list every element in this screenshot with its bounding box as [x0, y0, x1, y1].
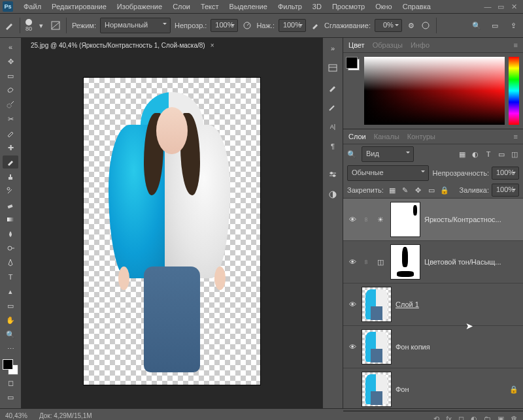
filter-smart-icon[interactable]: ◫	[510, 150, 519, 159]
pressure-size-icon[interactable]	[420, 20, 431, 31]
layer-row[interactable]: 👁 Фон копия	[343, 326, 523, 368]
character-icon[interactable]: A|	[326, 120, 339, 133]
maximize-icon[interactable]: ▭	[494, 3, 507, 11]
adjustment-icon[interactable]: ◐	[471, 415, 477, 421]
canvas[interactable]	[22, 54, 322, 408]
history-brush-tool[interactable]	[3, 184, 18, 197]
layer-thumbnail[interactable]	[362, 287, 392, 322]
close-icon[interactable]: ✕	[507, 3, 520, 11]
pen-tool[interactable]	[3, 256, 18, 269]
fill-input[interactable]: 100%	[492, 184, 519, 197]
chevron-down-icon[interactable]: ▾	[36, 20, 46, 31]
menu-file[interactable]: Файл	[18, 0, 46, 13]
tab-info[interactable]: Инфо	[411, 41, 430, 49]
document[interactable]	[84, 78, 260, 385]
adjustments-icon[interactable]	[326, 188, 339, 201]
hue-slider[interactable]	[509, 57, 519, 125]
history-icon[interactable]	[326, 61, 339, 74]
tab-color[interactable]: Цвет	[348, 41, 365, 49]
collapse-icon[interactable]: «	[3, 40, 18, 54]
airbrush-icon[interactable]	[310, 20, 320, 31]
brightness-adj-icon[interactable]: ☀	[375, 216, 386, 224]
menu-view[interactable]: Просмотр	[327, 0, 370, 13]
layer-name[interactable]: Цветовой тон/Насыщ...	[424, 258, 519, 266]
minimize-icon[interactable]: —	[481, 3, 494, 11]
rectangle-tool[interactable]: ▭	[3, 299, 18, 312]
zoom-readout[interactable]: 40,43%	[5, 412, 27, 419]
color-swatch[interactable]	[3, 359, 18, 375]
healing-tool[interactable]: ✚	[3, 141, 18, 154]
menu-image[interactable]: Изображение	[112, 0, 167, 13]
menu-layers[interactable]: Слои	[167, 0, 195, 13]
visibility-icon[interactable]: 👁	[347, 258, 358, 266]
layer-name[interactable]: Фон копия	[396, 343, 519, 351]
panel-menu-icon[interactable]: ≡	[514, 133, 518, 140]
tab-swatches[interactable]: Образцы	[373, 41, 403, 49]
visibility-icon[interactable]: 👁	[347, 343, 358, 351]
workspace-icon[interactable]: ▭	[489, 20, 501, 31]
fx-icon[interactable]: fx	[446, 415, 452, 420]
color-picker[interactable]	[364, 57, 505, 125]
eyedropper-tool[interactable]	[3, 127, 18, 140]
tab-channels[interactable]: Каналы	[374, 133, 399, 140]
share-icon[interactable]: ⇪	[507, 20, 519, 31]
stamp-tool[interactable]	[3, 170, 18, 183]
flow-input[interactable]: 100%	[278, 19, 306, 32]
filter-kind-select[interactable]: Вид	[362, 146, 414, 162]
filter-adjust-icon[interactable]: ◐	[471, 150, 480, 159]
brush-preview[interactable]: 80	[25, 19, 32, 32]
dodge-tool[interactable]	[3, 242, 18, 255]
menu-select[interactable]: Выделение	[224, 0, 273, 13]
panel-menu-icon[interactable]: ≡	[514, 41, 518, 49]
gradient-tool[interactable]	[3, 213, 18, 226]
doc-info[interactable]: Док: 4,29M/15,1M	[39, 412, 92, 419]
move-tool[interactable]: ✥	[3, 55, 18, 68]
layer-thumbnail[interactable]	[362, 372, 392, 407]
properties-icon[interactable]	[326, 169, 339, 182]
visibility-icon[interactable]: 👁	[347, 300, 358, 308]
menu-text[interactable]: Текст	[195, 0, 224, 13]
group-icon[interactable]: 🗀	[484, 415, 491, 420]
hue-adj-icon[interactable]: ◫	[375, 258, 386, 267]
tab-paths[interactable]: Контуры	[407, 133, 435, 140]
layer-thumbnail[interactable]	[362, 329, 392, 364]
menu-window[interactable]: Окно	[370, 0, 397, 13]
eraser-tool[interactable]	[3, 199, 18, 212]
lock-pixels-icon[interactable]: ✎	[401, 186, 410, 195]
layer-row[interactable]: 👁 𝟾 ☀ Яркость/Контрастнос...	[343, 199, 523, 241]
brushes-icon[interactable]	[326, 101, 339, 114]
marquee-tool[interactable]: ▭	[3, 69, 18, 82]
mask-icon[interactable]: ◻	[458, 415, 464, 421]
lock-transparency-icon[interactable]: ▦	[388, 186, 397, 195]
trash-icon[interactable]: 🗑	[511, 415, 518, 420]
layer-opacity-input[interactable]: 100%	[492, 167, 519, 180]
tab-layers[interactable]: Слои	[348, 133, 366, 140]
menu-edit[interactable]: Редактирование	[46, 0, 112, 13]
blur-tool[interactable]	[3, 227, 18, 240]
mask-thumbnail[interactable]	[390, 244, 420, 280]
lasso-tool[interactable]	[3, 84, 18, 97]
crop-tool[interactable]: ✂	[3, 112, 18, 125]
brush-settings-icon[interactable]	[326, 81, 339, 94]
filter-pixel-icon[interactable]: ▦	[458, 150, 467, 159]
brush-tool[interactable]	[3, 155, 18, 169]
gear-icon[interactable]: ⚙	[406, 20, 416, 31]
mini-swatch[interactable]	[346, 57, 358, 69]
hand-tool[interactable]: ✋	[3, 314, 18, 327]
blend-mode-select[interactable]: Нормальный	[100, 18, 171, 33]
layer-name[interactable]: Слой 1	[396, 300, 519, 308]
tool-preset-icon[interactable]	[4, 20, 14, 31]
lock-all-icon[interactable]: 🔒	[440, 186, 449, 195]
layer-name[interactable]: Фон	[396, 385, 505, 393]
menu-3d[interactable]: 3D	[307, 0, 327, 13]
opacity-input[interactable]: 100%	[211, 19, 238, 32]
blend-mode-layer-select[interactable]: Обычные	[347, 165, 429, 181]
search-icon[interactable]: 🔍	[471, 20, 482, 31]
filter-shape-icon[interactable]: ▭	[497, 150, 506, 159]
paragraph-icon[interactable]: ¶	[326, 140, 339, 153]
pressure-opacity-icon[interactable]	[242, 20, 252, 31]
lock-artboard-icon[interactable]: ▭	[427, 186, 436, 195]
zoom-tool[interactable]: 🔍	[3, 328, 18, 341]
smoothing-input[interactable]: 0%	[375, 19, 402, 32]
mask-thumbnail[interactable]	[390, 202, 420, 237]
